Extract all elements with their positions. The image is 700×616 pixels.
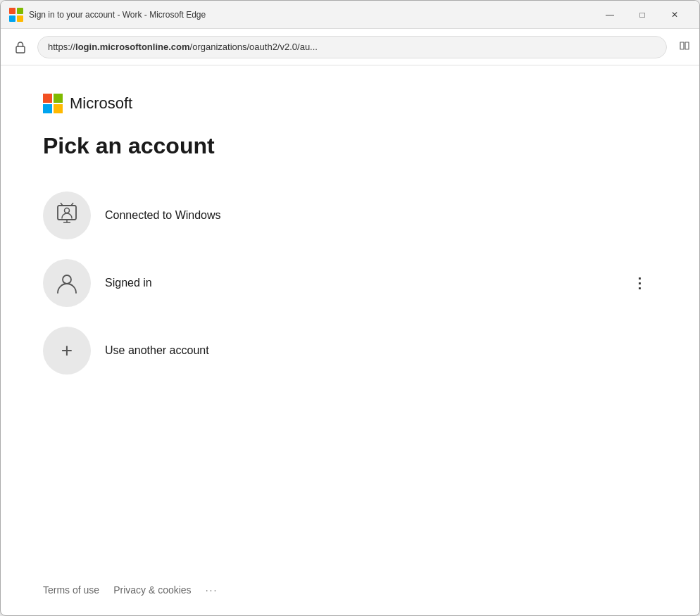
- account-label-windows: Connected to Windows: [105, 209, 221, 222]
- window-title: Sign in to your account - Work - Microso…: [29, 10, 594, 20]
- footer: Terms of use Privacy & cookies ···: [43, 573, 657, 601]
- url-domain: login.microsoftonline.com: [75, 42, 190, 52]
- account-list: Connected to Windows Signed in ⋮: [43, 182, 657, 384]
- url-text: https://login.microsoftonline.com/organi…: [48, 42, 318, 52]
- address-bar: https://login.microsoftonline.com/organi…: [1, 29, 699, 65]
- url-path: /organizations/oauth2/v2.0/au...: [190, 42, 318, 52]
- account-info-signedin: Signed in: [105, 277, 152, 289]
- brand-name: Microsoft: [70, 94, 132, 113]
- svg-point-7: [63, 275, 71, 284]
- more-options-footer[interactable]: ···: [206, 584, 218, 596]
- svg-rect-0: [16, 46, 25, 53]
- window-controls: — □ ✕: [594, 4, 691, 26]
- account-more-button[interactable]: ⋮: [627, 272, 650, 294]
- close-button[interactable]: ✕: [658, 4, 691, 26]
- account-label-signedin: Signed in: [105, 277, 152, 289]
- account-item-windows[interactable]: Connected to Windows: [43, 182, 657, 249]
- plus-icon: +: [61, 341, 73, 360]
- terms-link[interactable]: Terms of use: [43, 584, 99, 596]
- account-item-signedin[interactable]: Signed in ⋮: [43, 249, 657, 317]
- avatar-signedin: [43, 259, 91, 307]
- page-heading: Pick an account: [43, 133, 657, 159]
- maximize-button[interactable]: □: [626, 4, 658, 26]
- page-content: Microsoft Pick an account: [1, 65, 699, 615]
- url-prefix: https://: [48, 42, 75, 52]
- lock-icon: [9, 36, 32, 58]
- avatar-windows: [43, 191, 91, 239]
- reader-icon[interactable]: [678, 39, 691, 54]
- minimize-button[interactable]: —: [594, 4, 626, 26]
- svg-point-4: [65, 208, 70, 213]
- avatar-add: +: [43, 327, 91, 375]
- account-info-other: Use another account: [105, 344, 209, 357]
- microsoft-logo: Microsoft: [43, 94, 657, 113]
- browser-window: Sign in to your account - Work - Microso…: [0, 0, 700, 616]
- ms-logo-grid: [43, 94, 63, 113]
- account-label-other: Use another account: [105, 344, 209, 357]
- account-info-windows: Connected to Windows: [105, 209, 221, 222]
- title-bar: Sign in to your account - Work - Microso…: [1, 1, 699, 29]
- url-input[interactable]: https://login.microsoftonline.com/organi…: [37, 36, 667, 58]
- privacy-link[interactable]: Privacy & cookies: [113, 584, 191, 596]
- edge-icon: [9, 8, 23, 22]
- account-item-other[interactable]: + Use another account: [43, 317, 657, 384]
